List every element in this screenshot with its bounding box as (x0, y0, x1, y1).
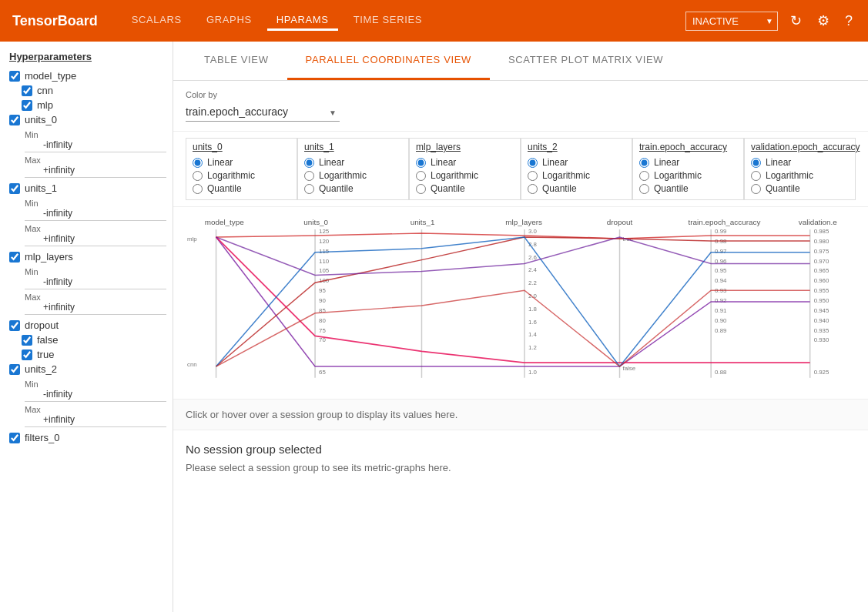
label-false: false (37, 334, 58, 346)
nav-hparams[interactable]: HPARAMS (267, 11, 338, 31)
label-dropout: dropout (25, 319, 59, 331)
checkbox-false[interactable] (22, 335, 32, 346)
sidebar-item-units2[interactable]: units_2 (6, 362, 166, 376)
svg-text:0.965: 0.965 (814, 267, 829, 274)
label-cnn: cnn (37, 85, 53, 96)
label-units1: units_1 (25, 182, 57, 194)
min-value-units1: -infinity (25, 208, 166, 221)
svg-text:0.91: 0.91 (715, 307, 726, 314)
radio-train-log[interactable]: Logarithmic (639, 170, 737, 181)
svg-text:0.97: 0.97 (715, 248, 726, 255)
refresh-button[interactable]: ↻ (787, 9, 805, 32)
max-value-units1: +infinity (25, 233, 166, 246)
svg-text:80: 80 (319, 317, 326, 324)
svg-text:0.95: 0.95 (715, 267, 727, 274)
svg-text:2.4: 2.4 (528, 266, 538, 273)
parallel-coords-chart[interactable]: model_type units_0 units_1 mlp_layers dr… (173, 207, 868, 400)
axis-label-model-type: model_type (205, 218, 245, 226)
svg-text:0.94: 0.94 (715, 277, 727, 284)
radio-units2-quantile[interactable]: Quantile (528, 183, 625, 194)
color-by-label: Color by (186, 90, 856, 99)
max-value-units0: +infinity (25, 165, 166, 178)
svg-text:0.90: 0.90 (715, 317, 727, 324)
help-button[interactable]: ? (842, 10, 856, 32)
checkbox-units2[interactable] (9, 364, 20, 375)
checkbox-mlp[interactable] (22, 100, 32, 111)
radio-val-log[interactable]: Logarithmic (751, 170, 849, 181)
radio-units0-log[interactable]: Logarithmic (193, 170, 290, 181)
label-units2: units_2 (25, 363, 57, 375)
radio-units0-quantile[interactable]: Quantile (193, 183, 290, 194)
axis-col-validation: validation.epoch_accuracy Linear Logarit… (744, 138, 856, 200)
radio-units1-quantile[interactable]: Quantile (304, 183, 402, 194)
axis-title-units1[interactable]: units_1 (304, 142, 402, 152)
radio-mlp-log[interactable]: Logarithmic (416, 170, 514, 181)
sidebar-item-mlplayers[interactable]: mlp_layers (6, 249, 166, 264)
sidebar-item-true[interactable]: true (6, 347, 166, 362)
axis-col-mlplayers: mlp_layers Linear Logarithmic Quantile (409, 138, 521, 200)
min-label-units2: Min (6, 380, 166, 389)
sidebar-item-units0[interactable]: units_0 (6, 112, 166, 127)
sidebar-item-units1[interactable]: units_1 (6, 181, 166, 196)
axis-title-mlplayers[interactable]: mlp_layers (416, 142, 514, 152)
tab-scatter-plot[interactable]: SCATTER PLOT MATRIX VIEW (490, 42, 682, 80)
svg-text:0.985: 0.985 (814, 228, 829, 235)
sidebar-item-false[interactable]: false (6, 333, 166, 347)
svg-text:0.925: 0.925 (814, 369, 829, 376)
color-by-select[interactable]: train.epoch_accuracy (186, 102, 340, 122)
sidebar-item-dropout[interactable]: dropout (6, 318, 166, 333)
nav-scalars[interactable]: SCALARS (122, 11, 191, 31)
sidebar: Hyperparameters model_type cnn mlp units… (0, 42, 173, 612)
axis-title-train[interactable]: train.epoch_accuracy (639, 142, 737, 152)
svg-text:0.935: 0.935 (814, 327, 829, 334)
svg-text:cnn: cnn (187, 361, 197, 368)
sidebar-item-model-type[interactable]: model_type (6, 69, 166, 83)
min-value-units2: -infinity (25, 389, 166, 402)
radio-train-quantile[interactable]: Quantile (639, 183, 737, 194)
radio-mlp-linear[interactable]: Linear (416, 157, 514, 168)
radio-units2-linear[interactable]: Linear (528, 157, 625, 168)
checkbox-cnn[interactable] (22, 85, 32, 96)
tab-parallel-coords[interactable]: PARALLEL COORDINATES VIEW (287, 42, 490, 80)
label-mlp: mlp (37, 99, 53, 111)
main-nav: SCALARS GRAPHS HPARAMS TIME SERIES (122, 11, 685, 31)
svg-text:120: 120 (319, 238, 330, 245)
radio-train-linear[interactable]: Linear (639, 157, 737, 168)
axis-title-units0[interactable]: units_0 (193, 142, 290, 152)
radio-units0-linear[interactable]: Linear (193, 157, 290, 168)
radio-units2-log[interactable]: Logarithmic (528, 170, 625, 181)
svg-text:0.940: 0.940 (814, 317, 829, 324)
series-line-2 (216, 237, 810, 366)
label-model-type: model_type (25, 70, 76, 82)
svg-text:0.945: 0.945 (814, 307, 829, 314)
radio-units1-log[interactable]: Logarithmic (304, 170, 402, 181)
radio-val-linear[interactable]: Linear (751, 157, 849, 168)
nav-timeseries[interactable]: TIME SERIES (344, 11, 432, 31)
radio-mlp-quantile[interactable]: Quantile (416, 183, 514, 194)
settings-button[interactable]: ⚙ (814, 9, 833, 32)
radio-val-quantile[interactable]: Quantile (751, 183, 849, 194)
checkbox-true[interactable] (22, 349, 32, 360)
svg-text:0.99: 0.99 (715, 228, 727, 235)
checkbox-filters0[interactable] (9, 433, 20, 443)
min-label-mlplayers: Min (6, 267, 166, 276)
session-group-title: No session group selected (186, 443, 856, 456)
radio-units1-linear[interactable]: Linear (304, 157, 402, 168)
axis-title-validation[interactable]: validation.epoch_accuracy (751, 142, 849, 152)
checkbox-dropout[interactable] (9, 320, 20, 331)
status-select[interactable]: INACTIVE (685, 12, 778, 31)
axis-options-row: units_0 Linear Logarithmic Quantile unit… (173, 132, 868, 207)
checkbox-model-type[interactable] (9, 71, 20, 82)
axis-col-units1: units_1 Linear Logarithmic Quantile (297, 138, 409, 200)
checkbox-units1[interactable] (9, 183, 20, 194)
svg-text:105: 105 (319, 267, 330, 274)
sidebar-item-filters0[interactable]: filters_0 (6, 430, 166, 445)
tab-table-view[interactable]: TABLE VIEW (186, 42, 287, 80)
sidebar-item-cnn[interactable]: cnn (6, 83, 166, 98)
checkbox-mlplayers[interactable] (9, 252, 20, 263)
sidebar-item-mlp[interactable]: mlp (6, 98, 166, 112)
axis-title-units2[interactable]: units_2 (528, 142, 625, 152)
svg-text:0.980: 0.980 (814, 238, 829, 245)
checkbox-units0[interactable] (9, 115, 20, 125)
nav-graphs[interactable]: GRAPHS (197, 11, 261, 31)
